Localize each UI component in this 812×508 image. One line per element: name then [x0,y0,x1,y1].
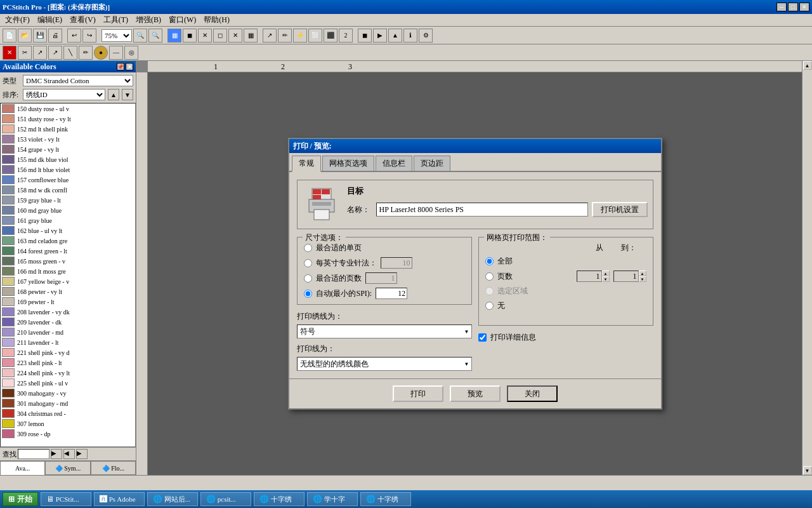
tool2-btn7[interactable]: ● [94,46,108,60]
menu-help[interactable]: 帮助(H) [200,13,233,27]
save-button[interactable]: 💾 [33,29,47,43]
tool-c1[interactable]: ↗ [263,29,277,43]
right-scrollbar[interactable]: ▲ ▼ [802,61,812,475]
undo-button[interactable]: ↩ [67,29,81,43]
color-item[interactable]: 209 lavender - dk [1,317,135,327]
tool-b1[interactable]: ◼ [183,29,197,43]
from-value[interactable] [577,271,602,282]
color-item[interactable]: 309 rose - dp [1,429,135,439]
print-details-checkbox[interactable] [478,333,487,342]
redo-button[interactable]: ↪ [82,29,96,43]
radio-all-input[interactable] [485,257,494,265]
order-btn1[interactable]: ▲ [108,89,119,100]
color-item[interactable]: 211 lavender - lt [1,337,135,347]
color-item[interactable]: 307 lemon [1,418,135,429]
taskbar-item-pcsit[interactable]: 🌐 pcsit... [200,492,251,506]
radio-fit-page-input[interactable] [304,244,312,252]
dialog-tab-info[interactable]: 信息栏 [376,156,412,171]
tool-d3[interactable]: ▲ [388,29,402,43]
color-item[interactable]: 160 md gray blue [1,205,135,215]
color-item[interactable]: 161 gray blue [1,215,135,225]
tool2-btn4[interactable]: ↗ [48,46,62,60]
close-dialog-button[interactable]: 关闭 [507,385,558,402]
radio-selection-input[interactable] [485,287,494,295]
menu-edit[interactable]: 编辑(E) [34,13,66,27]
menu-tools[interactable]: 工具(T) [100,13,132,27]
tool-b4[interactable]: ✕ [228,29,242,43]
from-up-arrow[interactable]: ▲ [602,271,610,276]
color-item[interactable]: 168 pewter - vy lt [1,286,135,297]
auto-spi-value[interactable] [376,288,407,299]
radio-fit-pages-input[interactable] [304,274,312,283]
from-down-arrow[interactable]: ▼ [602,276,610,282]
tab-available[interactable]: Ava... [0,461,45,475]
tab-symbols[interactable]: 🔷 Sym... [45,461,90,475]
menu-file[interactable]: 文件(F) [1,13,34,27]
scroll-down-btn[interactable]: ▼ [803,466,812,475]
color-item[interactable]: 165 moss green - v [1,256,135,266]
color-item[interactable]: 164 forest green - lt [1,246,135,256]
zoom-out-button[interactable]: 🔍 [133,29,147,43]
tool-d2[interactable]: ▶ [373,29,387,43]
radio-per-inch-input[interactable] [304,259,312,267]
color-list[interactable]: 150 dusty rose - ul v151 dusty rose - vy… [0,103,136,447]
color-item[interactable]: 225 shell pink - ul v [1,378,135,388]
color-item[interactable]: 224 shell pink - vy lt [1,368,135,378]
color-item[interactable]: 162 blue - ul vy lt [1,225,135,236]
panel-close-button[interactable]: ✕ [126,63,133,70]
tool-b2[interactable]: ✕ [198,29,212,43]
search-input[interactable] [18,449,49,459]
color-item[interactable]: 166 md lt moss gre [1,266,135,276]
tool-c2[interactable]: ✏ [278,29,292,43]
dialog-tab-margin[interactable]: 页边距 [414,156,450,171]
print-thread-select[interactable]: 无线型的的绣线颜色 [297,357,472,371]
print-button[interactable]: 打印 [393,385,443,402]
color-item[interactable]: 156 md lt blue violet [1,164,135,175]
type-select[interactable]: DMC Stranded Cotton [23,75,133,86]
dialog-tab-grid[interactable]: 网格页选项 [322,156,374,171]
radio-auto-spi-input[interactable] [304,290,312,298]
tab-floss[interactable]: 🔷 Flo... [91,461,136,475]
maximize-button[interactable]: □ [788,3,798,11]
tool2-btn8[interactable]: — [109,46,123,60]
menu-window[interactable]: 窗口(W) [165,13,200,27]
per-inch-value[interactable] [381,257,412,269]
preview-button[interactable]: 预览 [450,385,501,402]
color-item[interactable]: 210 lavender - md [1,327,135,337]
scroll-up-btn[interactable]: ▲ [803,61,812,70]
order-btn2[interactable]: ▼ [122,89,133,100]
open-button[interactable]: 📂 [18,29,32,43]
tool2-btn2[interactable]: ✂ [18,46,32,60]
color-item[interactable]: 301 mahogany - md [1,398,135,408]
fit-pages-value[interactable] [365,272,397,284]
printer-name-input[interactable] [376,203,588,217]
color-item[interactable]: 223 shell pink - lt [1,358,135,368]
tool-d4[interactable]: ℹ [403,29,417,43]
grid-button[interactable]: ▦ [167,29,181,43]
start-button[interactable]: ⊞ 开始 [3,492,38,506]
tool2-btn6[interactable]: ✏ [79,46,93,60]
color-item[interactable]: 157 cornflower blue [1,175,135,185]
tool-b3[interactable]: ◻ [213,29,227,43]
tool-d5[interactable]: ⚙ [419,29,433,43]
tool2-btn5[interactable]: ╲ [63,46,77,60]
menu-enhance[interactable]: 增强(B) [132,13,165,27]
to-down-arrow[interactable]: ▼ [639,276,646,282]
color-item[interactable]: 208 lavender - vy dk [1,307,135,317]
search-prev-btn[interactable]: ◀ [63,449,75,459]
tool-c4[interactable]: ⬜ [308,29,322,43]
zoom-select[interactable]: 75% 50% 100% [102,29,132,42]
taskbar-item-cross1[interactable]: 🌐 十字绣 [254,492,304,506]
radio-none-input[interactable] [485,302,494,310]
tool-c5[interactable]: ⬛ [324,29,337,43]
tool-b5[interactable]: ▦ [244,29,258,43]
radio-pages-input[interactable] [485,272,494,281]
tool-c3[interactable]: ⚡ [293,29,307,43]
print-button[interactable]: 🖨 [48,29,62,43]
dialog-tab-general[interactable]: 常规 [292,156,321,172]
to-value[interactable] [613,271,639,282]
color-item[interactable]: 221 shell pink - vy d [1,347,135,358]
color-item[interactable]: 167 yellow beige - v [1,276,135,286]
search-go-btn[interactable]: ▶ [51,449,62,459]
color-item[interactable]: 163 md celadon gre [1,236,135,246]
